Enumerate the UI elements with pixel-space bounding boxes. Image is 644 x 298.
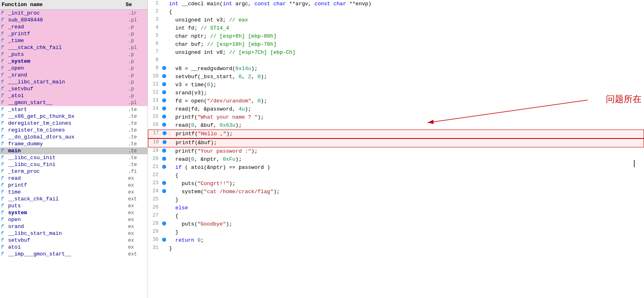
function-list-item[interactable]: f_setvbuf.p [0, 85, 148, 92]
breakpoint-dot[interactable] [161, 180, 167, 187]
breakpoint-dot[interactable] [161, 236, 167, 243]
function-list-item[interactable]: f___libc_start_main.p [0, 79, 148, 85]
function-segment: ext [126, 251, 147, 257]
function-name: ___stack_chk_fail [8, 45, 126, 51]
code-line: 22 { [148, 172, 644, 180]
function-segment: .pl [126, 17, 147, 23]
function-name: __gmon_start__ [8, 100, 126, 106]
breakpoint-dot[interactable] [161, 49, 167, 49]
function-list-item[interactable]: fsrandex [0, 223, 148, 230]
function-list-item[interactable]: f_atoi.p [0, 92, 148, 99]
breakpoint-dot[interactable] [161, 204, 167, 205]
function-segment: .te [126, 114, 147, 119]
function-list-item[interactable]: fatoiex [0, 244, 148, 251]
breakpoint-dot[interactable] [161, 228, 167, 229]
breakpoint-dot[interactable] [161, 164, 167, 170]
function-icon: f [1, 210, 6, 216]
function-list-item[interactable]: f__libc_csu_fini.te [0, 161, 148, 168]
breakpoint-indicator [163, 140, 167, 144]
function-segment: .fi [126, 169, 147, 175]
function-segment: .pl [126, 45, 147, 51]
function-list-item[interactable]: fframe_dummy.te [0, 140, 148, 147]
function-list-item[interactable]: f_term_proc.fi [0, 168, 148, 175]
breakpoint-dot[interactable] [161, 139, 168, 146]
breakpoint-dot[interactable] [161, 16, 167, 17]
function-list-item[interactable]: f_printf.p [0, 30, 148, 37]
breakpoint-dot[interactable] [161, 196, 167, 197]
function-list-item[interactable]: f_init_proc.ir [0, 10, 148, 17]
function-list-item[interactable]: f__libc_csu_init.te [0, 154, 148, 161]
line-number: 19 [148, 147, 161, 153]
breakpoint-dot[interactable] [161, 121, 167, 128]
function-list-item[interactable]: fprintfex [0, 182, 148, 189]
function-name: atoi [8, 244, 126, 250]
breakpoint-dot[interactable] [161, 113, 167, 120]
code-line: 26 else [148, 204, 644, 212]
breakpoint-dot[interactable] [161, 8, 167, 9]
function-name: __stack_chk_fail [8, 196, 126, 202]
function-name: __libc_csu_init [8, 155, 126, 161]
breakpoint-dot[interactable] [161, 220, 167, 227]
breakpoint-dot[interactable] [161, 245, 167, 245]
function-list-item[interactable]: fsystemex [0, 209, 148, 216]
code-view-panel[interactable]: 1int __cdecl main(int argc, const char *… [148, 0, 644, 298]
breakpoint-dot[interactable] [161, 212, 167, 213]
function-list-item[interactable]: fderegister_tm_clones.te [0, 120, 148, 127]
function-list-item[interactable]: f_puts.p [0, 51, 148, 58]
breakpoint-dot[interactable] [161, 73, 167, 80]
breakpoint-dot[interactable] [161, 105, 167, 112]
function-list-item[interactable]: f_system.p [0, 58, 148, 65]
function-list-item[interactable]: ftimeex [0, 189, 148, 196]
code-line: 7 unsigned int v8; // [esp+7Ch] [ebp-Ch] [148, 49, 644, 57]
breakpoint-dot[interactable] [161, 97, 167, 104]
function-segment: .p [126, 93, 147, 99]
function-list-item[interactable]: f___stack_chk_fail.pl [0, 44, 148, 51]
function-list-item[interactable]: f_time.p [0, 37, 148, 44]
breakpoint-indicator [162, 115, 166, 119]
breakpoint-dot[interactable] [161, 155, 167, 162]
function-list-item[interactable]: f__do_global_dtors_aux.te [0, 134, 148, 140]
breakpoint-dot[interactable] [161, 81, 167, 88]
code-line: 16 read(0, &buf, 0x63u); [148, 121, 644, 130]
function-list-item[interactable]: f_start.te [0, 106, 148, 113]
function-segment: ex [126, 245, 147, 250]
function-list-item[interactable]: f__gmon_start__.pl [0, 99, 148, 106]
line-number: 27 [148, 212, 161, 218]
function-name: _term_proc [8, 168, 126, 175]
breakpoint-dot[interactable] [161, 188, 167, 195]
line-number: 9 [148, 65, 161, 71]
function-list-item[interactable]: fregister_tm_clones.te [0, 127, 148, 134]
function-list-item[interactable]: fputsex [0, 202, 148, 209]
function-list-item[interactable]: f__imp___gmon_start__ext [0, 251, 148, 258]
function-icon: f [1, 107, 6, 113]
breakpoint-dot[interactable] [161, 32, 167, 33]
breakpoint-dot[interactable] [161, 130, 168, 137]
breakpoint-dot[interactable] [161, 89, 167, 96]
function-list-item[interactable]: fsetvbufex [0, 237, 148, 244]
breakpoint-dot[interactable] [161, 65, 167, 72]
function-list-item[interactable]: f_read.p [0, 23, 148, 30]
line-number: 20 [148, 155, 161, 162]
code-line: 18 printf(&buf); [148, 138, 644, 147]
function-icon: f [1, 196, 6, 202]
function-list-item[interactable]: f_open.p [0, 65, 148, 72]
function-list-item[interactable]: f__stack_chk_failext [0, 196, 148, 202]
function-list-item[interactable]: fopenex [0, 216, 148, 223]
breakpoint-dot[interactable] [161, 0, 167, 1]
function-list-item[interactable]: f__libc_start_mainex [0, 230, 148, 237]
breakpoint-dot[interactable] [161, 40, 167, 41]
code-text: unsigned int v8; // [esp+7Ch] [ebp-Ch] [167, 49, 644, 57]
code-text: { [167, 212, 644, 220]
function-list-item[interactable]: freadex [0, 175, 148, 182]
breakpoint-dot[interactable] [161, 172, 167, 172]
breakpoint-dot[interactable] [161, 57, 167, 57]
code-line: 6 char buf; // [esp+18h] [ebp-70h] [148, 40, 644, 49]
function-list-item[interactable]: fmain.te [0, 147, 148, 154]
function-list-item[interactable]: fsub_8048440.pl [0, 17, 148, 23]
code-line: 11 v3 = time(0); [148, 81, 644, 89]
function-list-item[interactable]: f__x86_get_pc_thunk_bx.te [0, 113, 148, 120]
function-name: __do_global_dtors_aux [8, 134, 126, 140]
breakpoint-dot[interactable] [161, 24, 167, 25]
function-list-item[interactable]: f_srand.p [0, 72, 148, 79]
breakpoint-dot[interactable] [161, 147, 167, 154]
